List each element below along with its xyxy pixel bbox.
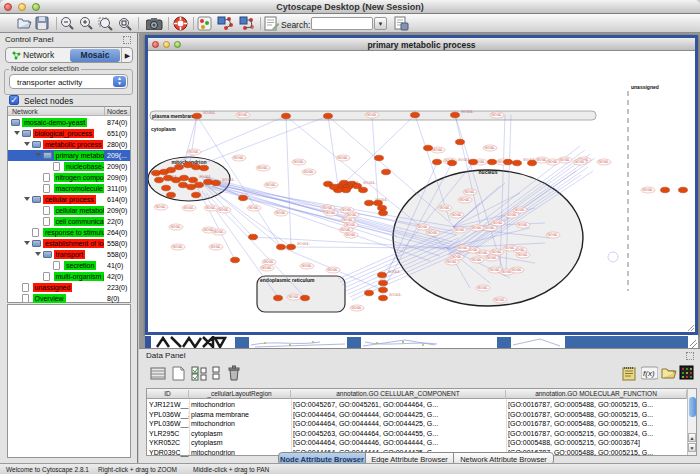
snapshot-icon[interactable] (146, 17, 163, 30)
table-row[interactable]: YJR121W__1mitochondrion[GO:0045267, GO:0… (147, 400, 687, 410)
table-cell[interactable]: [GO:0045263, GO:0044464, GO:0044455, G..… (291, 429, 506, 439)
gene-node[interactable] (195, 182, 204, 188)
gene-node[interactable] (152, 170, 161, 176)
gene-node[interactable] (212, 180, 221, 186)
expand-arrow-icon[interactable] (24, 197, 30, 201)
gene-node[interactable] (424, 145, 433, 151)
tree-row-label[interactable]: metabolic process (43, 140, 103, 149)
tree-row[interactable]: cellular metabolic proc209(0) (8, 205, 130, 216)
tree-row[interactable]: cell communication22(0) (8, 216, 130, 227)
tree-row[interactable]: macromolecule metab311(0) (8, 183, 130, 194)
search-input[interactable] (311, 17, 373, 30)
network-window-titlebar[interactable]: primary metabolic process (148, 38, 695, 51)
gene-node[interactable] (488, 159, 497, 165)
gene-node[interactable] (324, 113, 333, 119)
table-row[interactable]: YLR295Ccytoplasm[GO:0045263, GO:0044464,… (147, 429, 687, 439)
tree-row[interactable]: nucleobase-containing209(0) (8, 161, 130, 172)
gene-node[interactable] (175, 164, 184, 170)
birdseye-view[interactable] (7, 304, 131, 458)
tree-row-label[interactable]: nucleobase-containing (64, 162, 104, 171)
tree-row-label[interactable]: primary metabolic process (54, 151, 105, 160)
float-panel-icon[interactable] (123, 36, 131, 44)
tree-row-label[interactable]: multi-organism proces (54, 272, 105, 281)
scroll-up-icon[interactable]: ▲ (688, 433, 696, 442)
table-header[interactable]: ID_cellularLayoutRegionannotation.GO CEL… (147, 389, 687, 399)
expand-arrow-icon[interactable] (35, 252, 41, 256)
tree-row[interactable]: cellular process614(0) (8, 194, 130, 205)
gene-node[interactable] (375, 155, 384, 161)
gene-node[interactable] (379, 280, 388, 286)
table-cell[interactable]: YPL036W__1 (147, 419, 189, 429)
table-cell[interactable]: [GO:0044464, GO:0044444, GO:0044425, G..… (291, 410, 506, 420)
column-header[interactable]: ID (147, 390, 189, 399)
layout-2-icon[interactable] (239, 15, 256, 31)
delete-attribute-icon[interactable] (227, 365, 241, 382)
node-color-dropdown[interactable]: transporter activity ▲▼ (9, 74, 128, 89)
gene-node[interactable] (239, 195, 248, 201)
table-cell[interactable]: mitochondrion (189, 448, 291, 458)
gene-node[interactable] (342, 187, 351, 193)
window-titlebar[interactable]: Cytoscape Desktop (New Session) (0, 0, 700, 14)
table-cell[interactable]: YKR052C (147, 438, 189, 448)
function-icon[interactable]: f(x) (641, 366, 658, 381)
gene-node[interactable] (192, 192, 201, 198)
tree-row-label[interactable]: cell communication (54, 217, 105, 226)
tree-row-label[interactable]: establishment of localiz (43, 239, 104, 248)
gene-node[interactable] (172, 177, 181, 183)
expand-arrow-icon[interactable] (35, 153, 41, 157)
table-row[interactable]: YPL036W__2plasma membrane[GO:0044464, GO… (147, 410, 687, 420)
tree-row[interactable]: biological_process651(0) (8, 128, 130, 139)
resize-grip-icon[interactable] (688, 325, 694, 331)
annotation-icon[interactable] (264, 16, 279, 31)
table-cell[interactable]: [GO:0044464, GO:0044446, GO:0044444, G..… (291, 438, 506, 448)
tree-row-label[interactable]: mosaic-demo-yeast (22, 118, 87, 127)
table-scrollbar[interactable]: ▲ ▼ (687, 389, 696, 455)
expand-arrow-icon[interactable] (24, 142, 30, 146)
gene-node[interactable] (513, 160, 522, 166)
table-cell[interactable]: [GO:0016787, GO:0005488, GO:0005215, G..… (506, 419, 687, 429)
tree-row[interactable]: mosaic-demo-yeast874(0) (8, 117, 130, 128)
vizmapper-icon[interactable] (197, 16, 212, 31)
table-cell[interactable]: YJR121W__1 (147, 400, 189, 410)
table-cell[interactable]: cytoplasm (189, 438, 291, 448)
tree-row-label[interactable]: response to stimulus (43, 228, 104, 237)
table-cell[interactable]: YLR295C (147, 429, 189, 439)
tree-row-label[interactable]: secretion (64, 261, 96, 270)
gene-node[interactable] (359, 187, 368, 193)
column-header[interactable]: annotation.GO MOLECULAR_FUNCTION (506, 390, 687, 399)
gene-node[interactable] (456, 139, 465, 145)
table-row[interactable]: YPL036W__1mitochondrion[GO:0044464, GO:0… (147, 419, 687, 429)
data-panel-float-icon[interactable] (686, 352, 694, 360)
gene-node[interactable] (187, 184, 196, 190)
open-folder-icon[interactable] (16, 16, 32, 31)
gene-node[interactable] (200, 165, 209, 171)
gene-node[interactable] (204, 179, 213, 185)
table-cell[interactable]: YPL036W__2 (147, 410, 189, 420)
gene-node[interactable] (679, 187, 688, 193)
tree-row[interactable]: transport558(0) (8, 249, 130, 260)
attribute-table-icon[interactable] (150, 367, 166, 381)
tree-row[interactable]: metabolic process280(0) (8, 139, 130, 150)
scrollbar-thumb[interactable] (689, 397, 696, 417)
import-folder-icon[interactable] (660, 366, 677, 380)
gene-node[interactable] (184, 162, 193, 168)
layout-1-icon[interactable] (217, 15, 234, 31)
gene-node[interactable] (231, 257, 240, 263)
search-attr-icon[interactable] (394, 16, 409, 31)
zoom-selected-icon[interactable] (98, 16, 113, 31)
table-cell[interactable]: mitochondrion (189, 400, 291, 410)
gene-node[interactable] (287, 244, 296, 250)
gene-node[interactable] (180, 175, 189, 181)
tab-overflow-arrow[interactable]: ▶ (121, 48, 133, 63)
gene-node[interactable] (277, 244, 286, 250)
gene-node[interactable] (448, 160, 457, 166)
zoom-in-icon[interactable] (79, 16, 93, 31)
gene-node[interactable] (274, 295, 283, 301)
gene-node[interactable] (379, 295, 388, 301)
select-nodes-checkbox[interactable]: ✓ (9, 95, 19, 105)
column-header[interactable]: annotation.GO CELLULAR_COMPONENT (291, 390, 506, 399)
new-attribute-icon[interactable] (172, 366, 185, 381)
save-icon[interactable] (35, 16, 49, 30)
expand-arrow-icon[interactable] (24, 241, 30, 245)
gene-node[interactable] (155, 177, 164, 183)
